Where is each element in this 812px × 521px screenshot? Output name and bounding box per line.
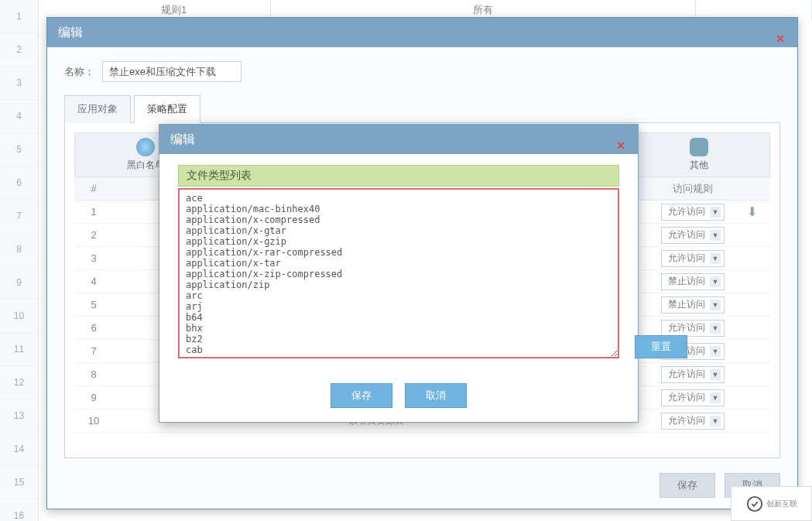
chevron-down-icon: ▼: [710, 207, 721, 218]
chevron-down-icon: ▼: [710, 346, 721, 357]
rule-value: 允许访问: [668, 252, 705, 265]
line-num: 14: [0, 433, 38, 466]
name-label: 名称：: [64, 65, 94, 79]
line-num: 2: [0, 33, 38, 67]
line-num: 5: [0, 133, 38, 166]
access-rule-select[interactable]: 允许访问 ▼: [661, 366, 725, 383]
row-num: 9: [74, 392, 113, 403]
arrow-down-icon[interactable]: ⬇: [747, 205, 757, 218]
access-rule-select[interactable]: 允许访问 ▼: [661, 320, 725, 337]
col-rule-header: 访问规则: [639, 182, 747, 196]
line-num: 3: [0, 67, 38, 100]
inner-modal-titlebar: 编辑 ×: [159, 125, 638, 154]
row-num: 10: [74, 415, 113, 427]
access-rule-select[interactable]: 禁止访问 ▼: [661, 273, 725, 290]
access-rule-select[interactable]: 允许访问 ▼: [661, 227, 725, 244]
outer-modal-title: 编辑: [58, 26, 83, 39]
category-other[interactable]: 其他: [629, 133, 769, 177]
chevron-down-icon: ▼: [710, 300, 721, 310]
line-num: 11: [0, 333, 38, 366]
line-num: 9: [0, 266, 38, 300]
line-num: 4: [0, 100, 38, 133]
row-num: 2: [74, 229, 113, 241]
row-num: 6: [74, 322, 113, 334]
line-num: 12: [0, 366, 38, 399]
access-rule-select[interactable]: 允许访问 ▼: [661, 389, 725, 406]
inner-cancel-button[interactable]: 取消: [405, 383, 467, 408]
filetype-textarea[interactable]: [180, 190, 618, 357]
line-num: 1: [0, 0, 38, 33]
access-rule-select[interactable]: 允许访问 ▼: [661, 413, 725, 430]
chevron-down-icon: ▼: [710, 253, 721, 264]
svg-point-0: [747, 496, 761, 510]
rule-value: 允许访问: [668, 391, 705, 404]
rule-value: 允许访问: [668, 414, 705, 427]
watermark-logo: 创新互联: [731, 486, 812, 521]
globe-icon: [136, 138, 155, 156]
plus-icon: [690, 138, 708, 156]
outer-save-button[interactable]: 保存: [660, 473, 715, 498]
rule-value: 允许访问: [668, 368, 705, 381]
line-num: 10: [0, 300, 38, 333]
category-label: 其他: [690, 159, 708, 172]
row-num: 5: [74, 299, 113, 310]
line-num: 6: [0, 166, 38, 200]
logo-icon: [746, 495, 763, 512]
row-num: 1: [74, 206, 113, 218]
tab-policy-config[interactable]: 策略配置: [134, 95, 200, 123]
row-num: 8: [74, 368, 113, 380]
access-rule-select[interactable]: 允许访问 ▼: [661, 204, 725, 221]
close-icon[interactable]: ×: [773, 24, 788, 39]
filetype-list-header: 文件类型列表: [178, 165, 619, 187]
close-icon[interactable]: ×: [613, 131, 629, 146]
watermark-text: 创新互联: [766, 499, 797, 509]
chevron-down-icon: ▼: [710, 392, 721, 403]
row-num: 4: [74, 276, 113, 287]
access-rule-select[interactable]: 禁止访问 ▼: [661, 296, 725, 314]
edit-modal-inner: 编辑 × 文件类型列表 重置 保存 取消: [159, 124, 639, 423]
reset-button[interactable]: 重置: [635, 335, 687, 358]
line-num: 7: [0, 200, 38, 233]
line-num: 15: [0, 466, 38, 499]
row-num: 7: [74, 345, 113, 357]
inner-modal-title: 编辑: [170, 132, 195, 146]
rule-value: 允许访问: [668, 205, 705, 218]
chevron-down-icon: ▼: [710, 230, 721, 241]
line-num: 8: [0, 233, 38, 266]
outer-modal-titlebar: 编辑 ×: [47, 18, 797, 47]
row-num: 3: [74, 252, 113, 264]
name-input[interactable]: [102, 61, 242, 82]
chevron-down-icon: ▼: [710, 416, 721, 427]
tab-bar: 应用对象 策略配置: [64, 94, 780, 123]
line-num: 13: [0, 399, 38, 433]
inner-save-button[interactable]: 保存: [331, 383, 392, 408]
rule-value: 允许访问: [668, 228, 705, 242]
rule-value: 禁止访问: [668, 298, 705, 311]
line-number-gutter: 1 2 3 4 5 6 7 8 9 10 11 12 13 14 15 16: [0, 0, 39, 521]
line-num: 16: [0, 499, 38, 521]
rule-value: 禁止访问: [668, 275, 705, 288]
col-num-header: #: [74, 183, 113, 194]
access-rule-select[interactable]: 允许访问 ▼: [661, 250, 725, 267]
filetype-box: [178, 188, 619, 358]
chevron-down-icon: ▼: [710, 323, 721, 334]
chevron-down-icon: ▼: [710, 369, 721, 380]
tab-apply-target[interactable]: 应用对象: [64, 95, 131, 123]
chevron-down-icon: ▼: [710, 276, 721, 287]
rule-value: 允许访问: [668, 321, 705, 334]
